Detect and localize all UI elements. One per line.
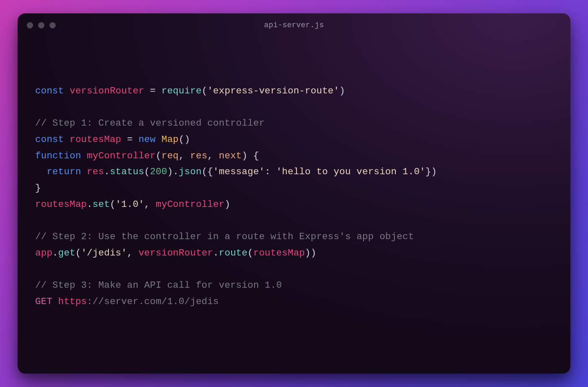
code-token: Map — [161, 134, 178, 145]
code-token: '/jedis' — [81, 248, 127, 258]
code-token: }) — [426, 166, 437, 177]
code-token: ) — [305, 248, 311, 258]
code-token: 'express-version-route' — [207, 85, 339, 96]
code-token: app — [35, 248, 52, 258]
window-title: api-server.js — [18, 21, 570, 29]
code-token: . — [52, 248, 58, 258]
code-token: ) — [242, 150, 248, 161]
code-token: ) — [224, 199, 230, 210]
code-token: res — [190, 150, 207, 161]
code-token: const — [35, 85, 64, 96]
code-token: routesMap — [35, 199, 87, 210]
code-token: versionRouter — [139, 248, 213, 258]
code-token: , — [179, 150, 190, 161]
code-token: routesMap — [253, 248, 305, 258]
code-token: ( — [144, 166, 150, 177]
titlebar: api-server.js — [18, 13, 570, 37]
code-token: . — [87, 199, 93, 210]
code-token: () — [179, 134, 190, 145]
code-token: function — [35, 150, 81, 161]
close-icon[interactable] — [27, 22, 33, 28]
code-block: const versionRouter = require('express-v… — [35, 83, 553, 310]
code-token: res — [87, 166, 104, 177]
minimize-icon[interactable] — [38, 22, 44, 28]
code-token: const — [35, 134, 64, 145]
code-token: = — [127, 134, 133, 145]
code-comment: // Step 3: Make an API call for version … — [35, 280, 282, 291]
code-token: routesMap — [70, 134, 121, 145]
code-token: https — [58, 296, 87, 307]
code-token: ( — [110, 199, 116, 210]
code-token: ) — [311, 248, 317, 258]
code-editor[interactable]: const versionRouter = require('express-v… — [18, 37, 570, 374]
code-token: require — [161, 85, 201, 96]
code-token: myController — [156, 199, 224, 210]
code-token: GET — [35, 296, 58, 307]
code-token: return — [46, 166, 81, 177]
code-token: '1.0' — [116, 199, 144, 210]
code-token: ( — [248, 248, 253, 258]
code-token: = — [150, 85, 156, 96]
code-token: { — [248, 150, 259, 161]
code-token: : — [265, 166, 276, 177]
code-token: 'hello to you version 1.0' — [276, 166, 426, 177]
code-token: req — [161, 150, 178, 161]
code-token: , — [207, 150, 219, 161]
code-comment: // Step 1: Create a versioned controller — [35, 118, 265, 129]
code-token: ://server.com/1.0/jedis — [87, 296, 219, 307]
code-token: versionRouter — [70, 85, 144, 96]
code-indent — [35, 166, 46, 177]
code-token: . — [173, 166, 179, 177]
code-token: 'message' — [213, 166, 265, 177]
code-token: ) — [339, 85, 345, 96]
code-token: set — [93, 199, 110, 210]
code-token: route — [219, 248, 248, 258]
code-window: api-server.js const versionRouter = requ… — [18, 13, 570, 374]
code-token: json — [179, 166, 202, 177]
code-token: ( — [156, 150, 162, 161]
traffic-lights — [27, 22, 56, 28]
code-token: . — [104, 166, 110, 177]
code-comment: // Step 2: Use the controller in a route… — [35, 231, 414, 242]
code-token: . — [213, 248, 219, 258]
code-token: get — [58, 248, 75, 258]
code-token: ) — [167, 166, 173, 177]
code-token: , — [144, 199, 155, 210]
code-token: , — [127, 248, 138, 258]
code-token: } — [35, 183, 41, 194]
code-token: new — [139, 134, 156, 145]
code-token: 200 — [150, 166, 167, 177]
code-token: next — [219, 150, 242, 161]
code-token: ({ — [201, 166, 213, 177]
code-token: ( — [201, 85, 207, 96]
maximize-icon[interactable] — [49, 22, 56, 28]
code-token: myController — [87, 150, 155, 161]
code-token: status — [110, 166, 144, 177]
code-token: ( — [75, 248, 81, 258]
